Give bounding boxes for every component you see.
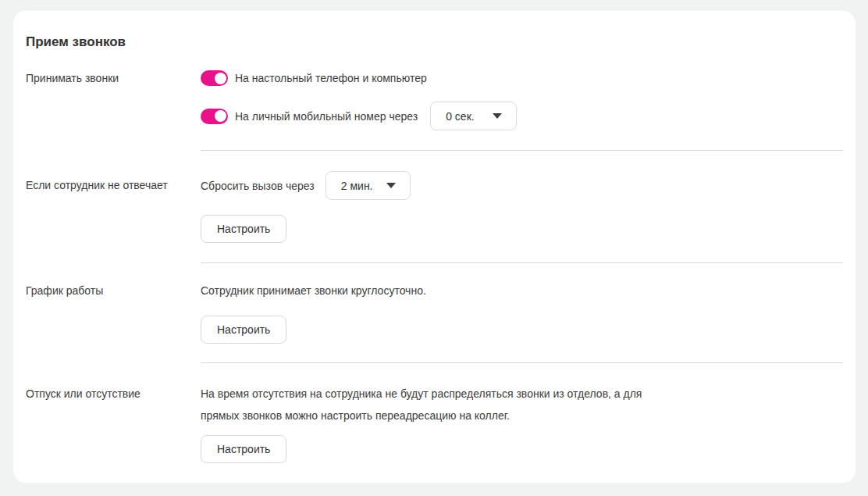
vacation-configure-button[interactable]: Настроить <box>201 435 286 463</box>
personal-mobile-toggle-label: На личный мобильный номер через <box>235 109 418 124</box>
vacation-description-line: прямых звонков можно настроить переадрес… <box>201 405 843 426</box>
toggle-knob <box>215 73 226 84</box>
section-divider <box>201 150 843 151</box>
toggle-knob <box>215 110 226 122</box>
accept-calls-label: Принимать звонки <box>26 70 201 130</box>
vacation-section: Отпуск или отсутствие На время отсутстви… <box>26 383 843 463</box>
work-schedule-label: График работы <box>26 283 201 344</box>
vacation-label: Отпуск или отсутствие <box>26 383 201 463</box>
chevron-down-icon <box>386 183 396 188</box>
drop-call-delay-dropdown[interactable]: 2 мин. <box>326 171 411 200</box>
drop-call-row: Сбросить вызов через 2 мин. <box>201 171 843 200</box>
mobile-delay-dropdown[interactable]: 0 сек. <box>430 102 517 130</box>
no-answer-configure-button[interactable]: Настроить <box>201 215 286 243</box>
no-answer-label: Если сотрудник не отвечает <box>26 171 201 243</box>
accept-calls-section: Принимать звонки На настольный телефон и… <box>26 70 843 130</box>
mobile-delay-value: 0 сек. <box>446 110 474 123</box>
desktop-phone-toggle-label: На настольный телефон и компьютер <box>235 70 427 86</box>
section-divider <box>201 262 843 263</box>
vacation-description-line: На время отсутствия на сотрудника не буд… <box>201 383 843 405</box>
vacation-description: На время отсутствия на сотрудника не буд… <box>201 383 843 426</box>
drop-call-delay-value: 2 мин. <box>341 180 373 192</box>
work-schedule-configure-button[interactable]: Настроить <box>201 316 286 344</box>
page-title: Прием звонков <box>26 34 843 50</box>
chevron-down-icon <box>493 113 502 119</box>
no-answer-section: Если сотрудник не отвечает Сбросить вызо… <box>26 171 843 243</box>
work-schedule-section: График работы Сотрудник принимает звонки… <box>26 283 843 344</box>
desktop-phone-toggle[interactable] <box>201 70 228 86</box>
call-settings-card: Прием звонков Принимать звонки На настол… <box>13 11 856 483</box>
drop-call-text: Сбросить вызов через <box>201 180 315 192</box>
personal-mobile-row: На личный мобильный номер через 0 сек. <box>201 102 843 130</box>
work-schedule-text: Сотрудник принимает звонки круглосуточно… <box>201 283 843 298</box>
desktop-phone-row: На настольный телефон и компьютер <box>201 70 843 86</box>
personal-mobile-toggle[interactable] <box>201 109 228 124</box>
section-divider <box>201 362 843 363</box>
